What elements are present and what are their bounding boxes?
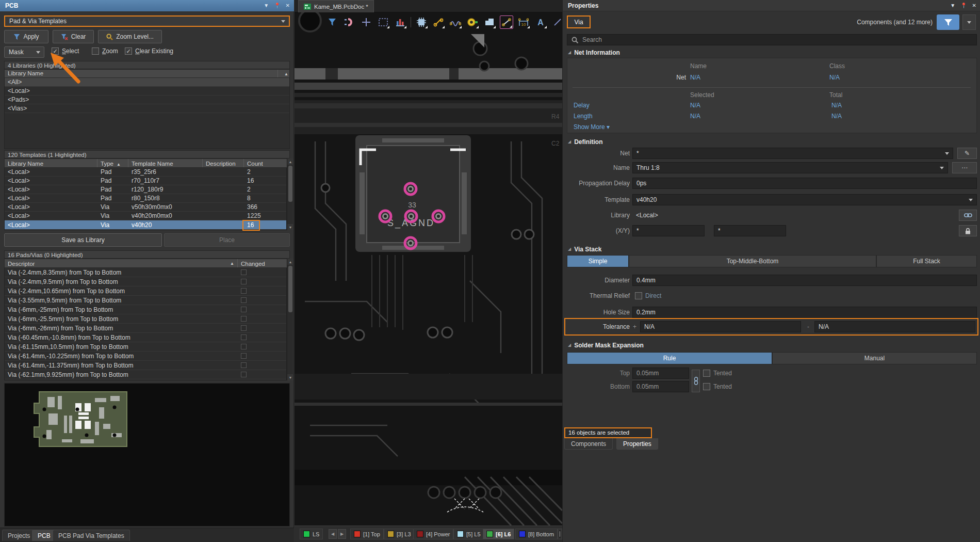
- section-net-information[interactable]: Net Information: [568, 49, 620, 56]
- tab-full-stack[interactable]: Full Stack: [876, 255, 977, 267]
- section-via-stack[interactable]: Via Stack: [568, 246, 601, 253]
- changed-checkbox[interactable]: [241, 344, 247, 349]
- diameter-input[interactable]: 0.4mm: [632, 275, 977, 286]
- delay-link[interactable]: Delay: [574, 102, 590, 109]
- via-row[interactable]: Via (-62.1mm,9.925mm) from Top to Bottom: [5, 370, 286, 379]
- board-preview[interactable]: [4, 383, 290, 527]
- place-component-icon[interactable]: [415, 15, 428, 29]
- route-icon[interactable]: [432, 15, 445, 29]
- via-row[interactable]: Via (-2.4mm,9.5mm) from Top to Bottom: [5, 277, 286, 286]
- via-row[interactable]: Via (-6mm,-26mm) from Top to Bottom: [5, 324, 286, 333]
- filter-tool-icon[interactable]: [325, 15, 339, 29]
- template-row[interactable]: <Local>Padr35_25r62: [5, 168, 286, 177]
- layer-tab-l5[interactable]: [5] L5: [453, 529, 484, 539]
- direct-checkbox[interactable]: Direct: [635, 292, 661, 299]
- via-row[interactable]: Via (-61.4mm,-10.225mm) from Top to Bott…: [5, 352, 286, 361]
- tab-properties[interactable]: Properties: [616, 438, 658, 450]
- templates-scrollbar[interactable]: ▲▼: [287, 158, 293, 230]
- y-input[interactable]: *: [714, 225, 786, 236]
- templates-column-header[interactable]: Library Name Type▲ Template Name Descrip…: [4, 158, 290, 168]
- tab-manual[interactable]: Manual: [772, 352, 977, 364]
- edit-net-button[interactable]: ✎: [957, 148, 977, 159]
- snap-magnet-icon[interactable]: [342, 15, 356, 29]
- changed-checkbox[interactable]: [241, 297, 247, 303]
- close-icon[interactable]: ✕: [972, 0, 976, 11]
- via-row[interactable]: Via (-61.4mm,-11.375mm) from Top to Bott…: [5, 361, 286, 370]
- mask-top-input[interactable]: 0.05mm: [632, 368, 689, 379]
- lock-button[interactable]: [959, 225, 977, 236]
- show-more-link[interactable]: Show More ▾: [574, 123, 610, 131]
- text-tool-icon[interactable]: A: [534, 15, 547, 29]
- library-link-button[interactable]: [959, 210, 977, 221]
- dimension-icon[interactable]: 10: [517, 15, 530, 29]
- tab-rule[interactable]: Rule: [567, 352, 772, 364]
- pads-vias-column-header[interactable]: Descriptor▲ Changed: [4, 259, 290, 268]
- changed-checkbox[interactable]: [241, 316, 247, 322]
- layer-tab-power[interactable]: [4] Power: [413, 529, 453, 539]
- length-link[interactable]: Length: [574, 113, 593, 120]
- layer-tab-l6-active[interactable]: [6] L6: [483, 529, 514, 539]
- tab-top-middle-bottom[interactable]: Top-Middle-Bottom: [629, 255, 876, 267]
- x-input[interactable]: *: [632, 225, 705, 236]
- layer-tab-top[interactable]: [1] Top: [350, 529, 384, 539]
- via-row[interactable]: Via (-6mm,-25.5mm) from Top to Bottom: [5, 314, 286, 324]
- zoom-level-button[interactable]: Zoom Level...: [98, 30, 162, 43]
- changed-checkbox[interactable]: [241, 307, 247, 312]
- line-tool-icon[interactable]: [500, 15, 513, 29]
- changed-checkbox[interactable]: [241, 279, 247, 284]
- tab-projects[interactable]: Projects: [2, 530, 36, 541]
- changed-checkbox[interactable]: [241, 362, 247, 368]
- layer-set-button[interactable]: LS: [300, 529, 323, 539]
- changed-checkbox[interactable]: [241, 372, 247, 377]
- template-row[interactable]: <Local>Viav40h20m0mx01225: [5, 212, 286, 220]
- clear-button[interactable]: Clear: [53, 30, 94, 43]
- tented-top-checkbox[interactable]: Tented: [703, 370, 732, 377]
- changed-checkbox[interactable]: [241, 325, 247, 331]
- search-input[interactable]: Search: [567, 34, 977, 45]
- apply-button[interactable]: Apply: [4, 30, 48, 43]
- select-area-icon[interactable]: [377, 15, 390, 29]
- template-row[interactable]: <Local>Padr120_180r92: [5, 185, 286, 194]
- section-solder-mask[interactable]: Solder Mask Expansion: [568, 342, 644, 349]
- clear-existing-checkbox[interactable]: ✓ Clear Existing: [125, 47, 173, 55]
- changed-checkbox[interactable]: [241, 269, 247, 275]
- via-row[interactable]: Via (-60.45mm,-10.8mm) from Top to Botto…: [5, 333, 286, 342]
- template-row[interactable]: <Local>Viav50h30m0mx0366: [5, 203, 286, 212]
- layer-tab-partial[interactable]: [558, 529, 562, 539]
- name-more-button[interactable]: ⋯: [952, 162, 977, 173]
- library-row[interactable]: <Vias>: [5, 104, 289, 113]
- pads-vias-scrollbar[interactable]: ▲▼: [287, 259, 293, 380]
- pin-icon[interactable]: 📍: [960, 0, 967, 11]
- changed-checkbox[interactable]: [241, 334, 247, 340]
- libraries-column-header[interactable]: Library Name ▲: [4, 69, 290, 78]
- scope-dropdown-button[interactable]: [962, 14, 976, 30]
- select-checkbox[interactable]: ✓ Select: [52, 47, 79, 55]
- cross-probe-icon[interactable]: [360, 15, 373, 29]
- tolerance-minus-input[interactable]: N/A: [814, 321, 975, 332]
- hole-size-input[interactable]: 0.2mm: [632, 307, 977, 318]
- propagation-delay-input[interactable]: 0ps: [632, 178, 977, 189]
- draw-line-icon[interactable]: [551, 15, 562, 29]
- via-row[interactable]: Via (-3.55mm,9.5mm) from Top to Bottom: [5, 296, 286, 305]
- template-row[interactable]: <Local>Padr80_150r88: [5, 194, 286, 203]
- mask-mode-dropdown[interactable]: Mask: [4, 46, 44, 58]
- panel-mode-dropdown[interactable]: Pad & Via Templates: [4, 15, 290, 27]
- template-row[interactable]: <Local>Padr70_110r716: [5, 177, 286, 185]
- tab-components[interactable]: Components: [564, 438, 613, 450]
- via-tool-icon[interactable]: [466, 15, 479, 29]
- layer-tab-bottom[interactable]: [8] Bottom: [515, 529, 558, 539]
- layer-tab-l3[interactable]: [3] L3: [384, 529, 415, 539]
- pin-icon[interactable]: 📍: [274, 0, 280, 11]
- layer-scroll-right[interactable]: ▶: [338, 529, 346, 539]
- via-row[interactable]: Via (-61.15mm,10.5mm) from Top to Bottom: [5, 342, 286, 352]
- save-as-library-button[interactable]: Save as Library: [4, 233, 162, 247]
- name-dropdown[interactable]: Thru 1:8: [632, 162, 948, 173]
- mask-bottom-input[interactable]: 0.05mm: [632, 381, 689, 392]
- library-row[interactable]: <Pads>: [5, 95, 289, 104]
- link-top-bottom-button[interactable]: [692, 370, 700, 392]
- place-button[interactable]: Place: [164, 233, 290, 247]
- via-row[interactable]: Via (-2.4mm,8.35mm) from Top to Bottom: [5, 268, 286, 277]
- tented-bottom-checkbox[interactable]: Tented: [703, 383, 732, 390]
- close-icon[interactable]: ✕: [286, 0, 290, 11]
- differential-route-icon[interactable]: [449, 15, 462, 29]
